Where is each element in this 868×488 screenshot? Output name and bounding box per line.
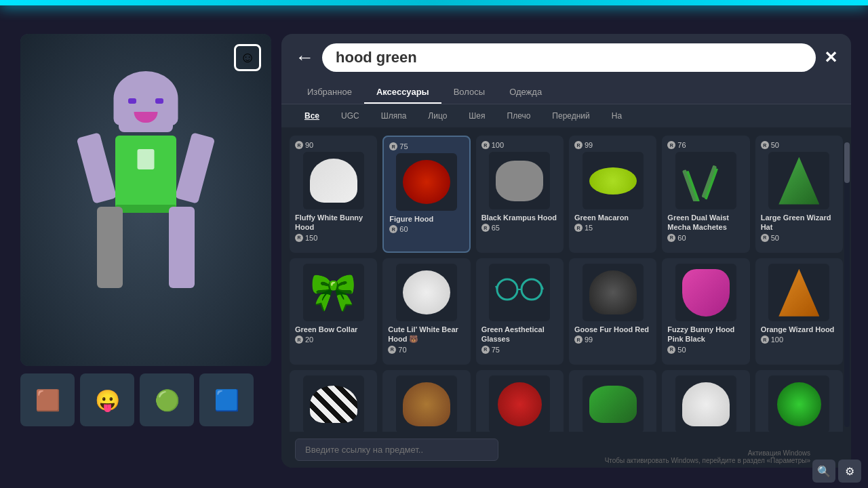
item-price-wizard: R 50 (761, 234, 837, 242)
item-top-price-machetes: R 76 (667, 141, 686, 149)
item-image-alien (768, 375, 829, 433)
character-bg: ☺ (20, 34, 271, 366)
sub-tab-hat[interactable]: Шляпа (372, 108, 416, 123)
item-image-orange-wizard (768, 264, 829, 321)
item-card-krampus[interactable]: R 100 Black Krampus Hood R 65 (476, 136, 564, 253)
character-panel: ☺ (20, 34, 271, 366)
item-image-white-hood (675, 375, 736, 433)
item-card-macaron[interactable]: R 99 Green Macaron R 15 (569, 136, 656, 253)
nav-tabs: Избранное Аксессуары Волосы Одежда (281, 81, 851, 104)
item-name-bear: Cute Lil' White Bear Hood 🐻 (388, 325, 465, 344)
robux-icon: R (295, 141, 303, 149)
thumbnail-item-0[interactable]: 🟫 (20, 373, 75, 426)
char-head (119, 81, 173, 132)
scrollbar-thumb[interactable] (844, 142, 850, 183)
robux-icon-4: R (389, 225, 397, 233)
item-name-goose: Goose Fur Hood Red (574, 325, 651, 334)
thumbnail-item-1[interactable]: 😛 (80, 373, 134, 426)
link-input[interactable] (295, 439, 498, 461)
sub-tab-face[interactable]: Лицо (418, 108, 456, 123)
char-logo (138, 149, 155, 169)
robux-icon-13: R (295, 336, 303, 344)
search-input[interactable] (322, 43, 816, 72)
item-image-green-cap (583, 375, 644, 433)
item-price-goose: R 99 (574, 336, 651, 344)
item-card-fluffy-bunny[interactable]: R 90 Fluffy White Bunny Hood R 150 (290, 136, 377, 253)
robux-icon-17: R (667, 346, 675, 354)
item-image-machetes (675, 152, 736, 209)
sub-tab-neck[interactable]: Шея (459, 108, 494, 123)
robux-icon-11: R (761, 141, 769, 149)
close-button[interactable]: ✕ (824, 48, 837, 67)
robux-icon-5: R (481, 141, 490, 149)
tool-icons: 🔍 ⚙ (812, 460, 861, 483)
item-card-glasses[interactable]: Green Aesthetical Glasses R 75 (476, 258, 564, 365)
white-hood-img (682, 382, 730, 426)
char-mouth (134, 112, 158, 123)
thumbnail-item-3[interactable]: 🟦 (199, 373, 254, 426)
thumbnail-item-2[interactable]: 🟢 (140, 373, 194, 426)
macaron-img (589, 167, 637, 195)
robux-icon-14: R (388, 346, 396, 354)
settings-button[interactable]: ⚙ (838, 460, 861, 483)
item-name-fuzzy: Fuzzy Bunny Hood Pink Black (667, 325, 744, 344)
sub-tab-all[interactable]: Все (295, 108, 329, 123)
item-price-krampus: R 65 (481, 224, 558, 232)
bunny-img (310, 159, 357, 203)
back-button[interactable]: ← (295, 48, 314, 67)
shop-panel: ← ✕ Избранное Аксессуары Волосы Одежда В… (281, 34, 851, 468)
item-card-bear-hood[interactable]: Cute Lil' White Bear Hood 🐻 R 70 (382, 258, 470, 365)
brown-hood-img (403, 382, 450, 426)
item-price-glasses: R 75 (481, 346, 558, 354)
zoom-button[interactable]: 🔍 (812, 460, 835, 483)
scan-icon[interactable]: ☺ (234, 44, 261, 71)
item-name-machetes: Green Dual Waist Mecha Machetes (667, 213, 744, 232)
item-price-fluffy: R 150 (295, 234, 372, 242)
nav-tab-accessories[interactable]: Аксессуары (364, 81, 441, 104)
sub-tab-shoulder[interactable]: Плечо (498, 108, 540, 123)
char-waist (115, 205, 176, 213)
item-image-stripe (303, 375, 364, 433)
item-card-orange-wizard[interactable]: Orange Wizard Hood R 100 (755, 258, 843, 365)
robux-icon-6: R (481, 224, 490, 232)
robux-icon-7: R (574, 141, 583, 149)
item-top-price-figure: R 75 (389, 142, 408, 150)
item-card-wizard-hat[interactable]: R 50 Large Green Wizard Hat R 50 (755, 136, 843, 253)
windows-notice-line1: Активация Windows (605, 449, 810, 457)
item-name-orange-wizard: Orange Wizard Hood (761, 325, 837, 334)
sub-tab-ugc[interactable]: UGC (332, 108, 369, 123)
krampus-img (496, 161, 543, 201)
svg-point-4 (497, 279, 517, 300)
sub-tab-front[interactable]: Передний (542, 108, 599, 123)
item-image-fluffy (303, 152, 364, 209)
sub-tabs: Все UGC Шляпа Лицо Шея Плечо Передний На (281, 104, 851, 127)
scrollbar[interactable] (844, 142, 850, 427)
item-top-price-macaron: R 99 (574, 141, 593, 149)
item-card-figure-hood[interactable]: R 75 Figure Hood R 60 (382, 136, 470, 253)
fuzzy-bunny-img (682, 269, 730, 317)
item-card-fuzzy-bunny[interactable]: Fuzzy Bunny Hood Pink Black R 50 (662, 258, 749, 365)
character-model (78, 81, 214, 339)
item-image-fuzzy (675, 264, 736, 321)
item-top-price-krampus: R 100 (481, 141, 504, 149)
alien-head-img (777, 382, 821, 426)
robux-icon-15: R (481, 346, 490, 354)
items-grid: R 90 Fluffy White Bunny Hood R 150 R 75 … (281, 127, 851, 453)
wizard-green-img (778, 157, 819, 205)
windows-notice: Активация Windows Чтобы активировать Win… (605, 449, 810, 464)
robux-icon-18: R (761, 336, 769, 344)
item-image-glasses (489, 264, 550, 321)
char-leg-right (169, 207, 195, 288)
item-price-fuzzy: R 50 (667, 346, 744, 354)
item-card-goose-fur[interactable]: Goose Fur Hood Red R 99 (569, 258, 656, 365)
nav-tab-hair[interactable]: Волосы (441, 81, 497, 104)
nav-tab-clothing[interactable]: Одежда (497, 81, 554, 104)
item-card-bow-collar[interactable]: 🎀 Green Bow Collar R 20 (290, 258, 377, 365)
item-image-red-head (489, 375, 550, 433)
nav-tab-favorites[interactable]: Избранное (295, 81, 364, 104)
item-card-machetes[interactable]: R 76 Green Dual Waist Mecha Machetes R 6… (662, 136, 749, 253)
robux-icon-10: R (667, 234, 675, 242)
bottom-bar: Активация Windows Чтобы активировать Win… (281, 432, 851, 468)
sub-tab-on[interactable]: На (602, 108, 631, 123)
item-name-glasses: Green Aesthetical Glasses (481, 325, 558, 344)
